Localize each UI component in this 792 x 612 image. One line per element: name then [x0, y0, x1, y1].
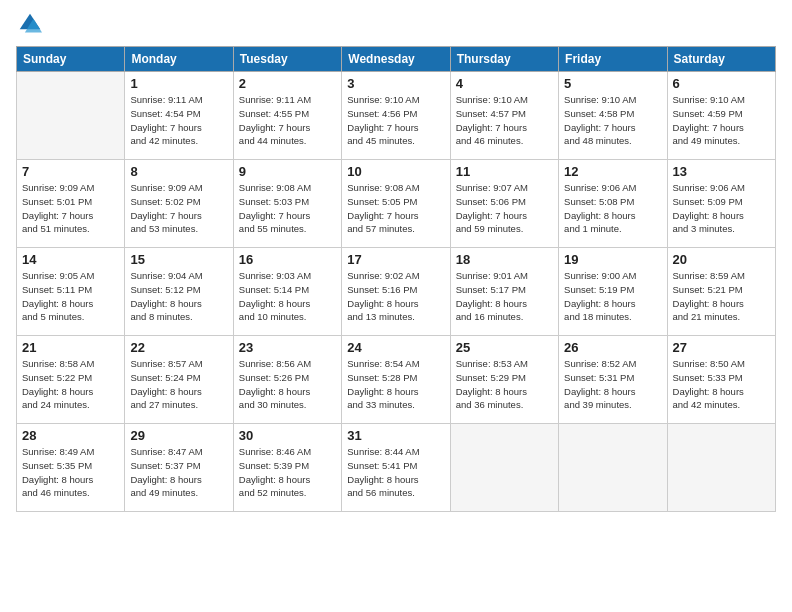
day-info: Sunrise: 9:00 AMSunset: 5:19 PMDaylight:… — [564, 269, 661, 324]
day-number: 5 — [564, 76, 661, 91]
day-info: Sunrise: 8:46 AMSunset: 5:39 PMDaylight:… — [239, 445, 336, 500]
day-number: 14 — [22, 252, 119, 267]
day-number: 15 — [130, 252, 227, 267]
calendar-cell: 17Sunrise: 9:02 AMSunset: 5:16 PMDayligh… — [342, 248, 450, 336]
day-info: Sunrise: 8:50 AMSunset: 5:33 PMDaylight:… — [673, 357, 770, 412]
day-number: 1 — [130, 76, 227, 91]
calendar-cell: 23Sunrise: 8:56 AMSunset: 5:26 PMDayligh… — [233, 336, 341, 424]
day-info: Sunrise: 8:44 AMSunset: 5:41 PMDaylight:… — [347, 445, 444, 500]
calendar-cell — [17, 72, 125, 160]
day-info: Sunrise: 9:01 AMSunset: 5:17 PMDaylight:… — [456, 269, 553, 324]
day-number: 10 — [347, 164, 444, 179]
calendar-cell — [559, 424, 667, 512]
day-number: 7 — [22, 164, 119, 179]
week-row-5: 28Sunrise: 8:49 AMSunset: 5:35 PMDayligh… — [17, 424, 776, 512]
day-info: Sunrise: 9:07 AMSunset: 5:06 PMDaylight:… — [456, 181, 553, 236]
weekday-header-friday: Friday — [559, 47, 667, 72]
week-row-4: 21Sunrise: 8:58 AMSunset: 5:22 PMDayligh… — [17, 336, 776, 424]
calendar-cell: 3Sunrise: 9:10 AMSunset: 4:56 PMDaylight… — [342, 72, 450, 160]
weekday-header-row: SundayMondayTuesdayWednesdayThursdayFrid… — [17, 47, 776, 72]
week-row-1: 1Sunrise: 9:11 AMSunset: 4:54 PMDaylight… — [17, 72, 776, 160]
day-info: Sunrise: 8:52 AMSunset: 5:31 PMDaylight:… — [564, 357, 661, 412]
calendar-cell: 18Sunrise: 9:01 AMSunset: 5:17 PMDayligh… — [450, 248, 558, 336]
weekday-header-saturday: Saturday — [667, 47, 775, 72]
day-number: 13 — [673, 164, 770, 179]
calendar-cell: 10Sunrise: 9:08 AMSunset: 5:05 PMDayligh… — [342, 160, 450, 248]
day-number: 22 — [130, 340, 227, 355]
day-info: Sunrise: 8:49 AMSunset: 5:35 PMDaylight:… — [22, 445, 119, 500]
calendar-cell: 2Sunrise: 9:11 AMSunset: 4:55 PMDaylight… — [233, 72, 341, 160]
calendar-cell: 1Sunrise: 9:11 AMSunset: 4:54 PMDaylight… — [125, 72, 233, 160]
calendar-cell: 21Sunrise: 8:58 AMSunset: 5:22 PMDayligh… — [17, 336, 125, 424]
day-info: Sunrise: 9:05 AMSunset: 5:11 PMDaylight:… — [22, 269, 119, 324]
calendar-cell: 22Sunrise: 8:57 AMSunset: 5:24 PMDayligh… — [125, 336, 233, 424]
day-number: 26 — [564, 340, 661, 355]
week-row-2: 7Sunrise: 9:09 AMSunset: 5:01 PMDaylight… — [17, 160, 776, 248]
day-number: 2 — [239, 76, 336, 91]
calendar-cell: 6Sunrise: 9:10 AMSunset: 4:59 PMDaylight… — [667, 72, 775, 160]
day-number: 29 — [130, 428, 227, 443]
day-number: 11 — [456, 164, 553, 179]
day-number: 6 — [673, 76, 770, 91]
calendar-cell: 11Sunrise: 9:07 AMSunset: 5:06 PMDayligh… — [450, 160, 558, 248]
day-info: Sunrise: 9:09 AMSunset: 5:02 PMDaylight:… — [130, 181, 227, 236]
day-number: 27 — [673, 340, 770, 355]
day-number: 16 — [239, 252, 336, 267]
day-info: Sunrise: 8:47 AMSunset: 5:37 PMDaylight:… — [130, 445, 227, 500]
calendar-cell: 12Sunrise: 9:06 AMSunset: 5:08 PMDayligh… — [559, 160, 667, 248]
calendar-cell: 14Sunrise: 9:05 AMSunset: 5:11 PMDayligh… — [17, 248, 125, 336]
day-number: 30 — [239, 428, 336, 443]
day-number: 9 — [239, 164, 336, 179]
day-number: 19 — [564, 252, 661, 267]
calendar-cell: 31Sunrise: 8:44 AMSunset: 5:41 PMDayligh… — [342, 424, 450, 512]
calendar-cell: 27Sunrise: 8:50 AMSunset: 5:33 PMDayligh… — [667, 336, 775, 424]
calendar-cell: 5Sunrise: 9:10 AMSunset: 4:58 PMDaylight… — [559, 72, 667, 160]
weekday-header-tuesday: Tuesday — [233, 47, 341, 72]
logo-icon — [18, 12, 42, 36]
day-number: 23 — [239, 340, 336, 355]
calendar-cell: 20Sunrise: 8:59 AMSunset: 5:21 PMDayligh… — [667, 248, 775, 336]
week-row-3: 14Sunrise: 9:05 AMSunset: 5:11 PMDayligh… — [17, 248, 776, 336]
header — [16, 12, 776, 38]
calendar-cell: 4Sunrise: 9:10 AMSunset: 4:57 PMDaylight… — [450, 72, 558, 160]
day-info: Sunrise: 9:08 AMSunset: 5:05 PMDaylight:… — [347, 181, 444, 236]
day-info: Sunrise: 9:04 AMSunset: 5:12 PMDaylight:… — [130, 269, 227, 324]
calendar-cell: 13Sunrise: 9:06 AMSunset: 5:09 PMDayligh… — [667, 160, 775, 248]
day-info: Sunrise: 9:10 AMSunset: 4:59 PMDaylight:… — [673, 93, 770, 148]
day-info: Sunrise: 9:03 AMSunset: 5:14 PMDaylight:… — [239, 269, 336, 324]
day-number: 4 — [456, 76, 553, 91]
day-number: 24 — [347, 340, 444, 355]
day-info: Sunrise: 8:56 AMSunset: 5:26 PMDaylight:… — [239, 357, 336, 412]
day-info: Sunrise: 8:58 AMSunset: 5:22 PMDaylight:… — [22, 357, 119, 412]
day-number: 20 — [673, 252, 770, 267]
calendar-cell: 26Sunrise: 8:52 AMSunset: 5:31 PMDayligh… — [559, 336, 667, 424]
calendar-cell: 28Sunrise: 8:49 AMSunset: 5:35 PMDayligh… — [17, 424, 125, 512]
day-number: 3 — [347, 76, 444, 91]
calendar-cell: 7Sunrise: 9:09 AMSunset: 5:01 PMDaylight… — [17, 160, 125, 248]
calendar-cell: 9Sunrise: 9:08 AMSunset: 5:03 PMDaylight… — [233, 160, 341, 248]
calendar-cell: 15Sunrise: 9:04 AMSunset: 5:12 PMDayligh… — [125, 248, 233, 336]
calendar-cell — [667, 424, 775, 512]
day-info: Sunrise: 8:54 AMSunset: 5:28 PMDaylight:… — [347, 357, 444, 412]
weekday-header-sunday: Sunday — [17, 47, 125, 72]
calendar-cell: 19Sunrise: 9:00 AMSunset: 5:19 PMDayligh… — [559, 248, 667, 336]
day-info: Sunrise: 9:06 AMSunset: 5:08 PMDaylight:… — [564, 181, 661, 236]
calendar-cell: 16Sunrise: 9:03 AMSunset: 5:14 PMDayligh… — [233, 248, 341, 336]
day-info: Sunrise: 8:57 AMSunset: 5:24 PMDaylight:… — [130, 357, 227, 412]
day-info: Sunrise: 9:11 AMSunset: 4:54 PMDaylight:… — [130, 93, 227, 148]
page: SundayMondayTuesdayWednesdayThursdayFrid… — [0, 0, 792, 612]
day-info: Sunrise: 9:08 AMSunset: 5:03 PMDaylight:… — [239, 181, 336, 236]
logo — [16, 12, 46, 38]
calendar-table: SundayMondayTuesdayWednesdayThursdayFrid… — [16, 46, 776, 512]
calendar-cell: 25Sunrise: 8:53 AMSunset: 5:29 PMDayligh… — [450, 336, 558, 424]
day-number: 12 — [564, 164, 661, 179]
day-number: 25 — [456, 340, 553, 355]
day-number: 17 — [347, 252, 444, 267]
weekday-header-monday: Monday — [125, 47, 233, 72]
day-number: 28 — [22, 428, 119, 443]
weekday-header-thursday: Thursday — [450, 47, 558, 72]
day-number: 21 — [22, 340, 119, 355]
day-info: Sunrise: 9:10 AMSunset: 4:57 PMDaylight:… — [456, 93, 553, 148]
day-info: Sunrise: 9:02 AMSunset: 5:16 PMDaylight:… — [347, 269, 444, 324]
day-info: Sunrise: 9:06 AMSunset: 5:09 PMDaylight:… — [673, 181, 770, 236]
